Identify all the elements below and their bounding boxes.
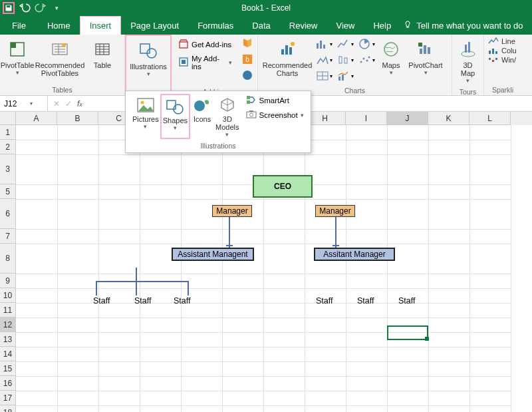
- cell[interactable]: [387, 317, 428, 332]
- row-header[interactable]: 13: [0, 332, 16, 347]
- cell[interactable]: [16, 140, 57, 154]
- cell[interactable]: [98, 376, 140, 391]
- row-header[interactable]: 7: [0, 229, 16, 244]
- tab-pagelayout[interactable]: Page Layout: [121, 16, 188, 35]
- cell[interactable]: [263, 332, 305, 347]
- ceo-box[interactable]: CEO: [253, 175, 313, 198]
- tab-file[interactable]: File: [0, 16, 38, 35]
- cell[interactable]: [16, 244, 57, 274]
- tellme-input[interactable]: Tell me what you want to do: [416, 21, 523, 31]
- cell[interactable]: [98, 229, 140, 244]
- cell[interactable]: [16, 154, 57, 184]
- cell[interactable]: [16, 332, 57, 347]
- 3dmap-button[interactable]: 3D Map▾: [456, 37, 479, 84]
- row-header[interactable]: 8: [0, 244, 16, 274]
- cell[interactable]: [428, 184, 469, 199]
- qat-redo-button[interactable]: [35, 2, 47, 14]
- cell[interactable]: [428, 229, 469, 244]
- stat-chart-icon[interactable]: ▾: [336, 53, 354, 67]
- qat-save-button[interactable]: [3, 2, 15, 14]
- cell[interactable]: [57, 229, 98, 244]
- cell[interactable]: [57, 361, 98, 376]
- cell[interactable]: [387, 391, 428, 405]
- cell[interactable]: [140, 229, 181, 244]
- cell[interactable]: [428, 347, 469, 361]
- cell[interactable]: [57, 199, 98, 229]
- cell[interactable]: [222, 274, 263, 288]
- cell[interactable]: [16, 199, 57, 229]
- row-header[interactable]: 11: [0, 303, 16, 317]
- cell[interactable]: [140, 317, 181, 332]
- cell[interactable]: [469, 405, 511, 412]
- screenshot-button[interactable]: Screenshot ▾: [243, 108, 307, 122]
- scatter-chart-icon[interactable]: ▾: [358, 53, 375, 67]
- people-graph-icon[interactable]: b: [241, 53, 253, 68]
- cell[interactable]: [57, 347, 98, 361]
- cell[interactable]: [469, 125, 511, 140]
- cell[interactable]: [346, 140, 387, 154]
- cell[interactable]: [57, 303, 98, 317]
- manager-box-2[interactable]: Manager: [315, 205, 355, 217]
- cell[interactable]: [16, 288, 57, 303]
- cell[interactable]: [140, 391, 181, 405]
- illustrations-button[interactable]: Illustrations ▾: [128, 39, 168, 77]
- cell[interactable]: [16, 361, 57, 376]
- cell[interactable]: [387, 125, 428, 140]
- cell[interactable]: [57, 184, 98, 199]
- cell[interactable]: [140, 405, 181, 412]
- cell[interactable]: [222, 332, 263, 347]
- cell[interactable]: [16, 274, 57, 288]
- cell[interactable]: [181, 405, 222, 412]
- cell[interactable]: [98, 244, 140, 274]
- cell[interactable]: [98, 184, 140, 199]
- qat-undo-button[interactable]: [19, 2, 31, 14]
- row-header[interactable]: 14: [0, 347, 16, 361]
- row-header[interactable]: 9: [0, 274, 16, 288]
- tab-data[interactable]: Data: [243, 16, 279, 35]
- cell[interactable]: [346, 274, 387, 288]
- cell[interactable]: [16, 391, 57, 405]
- cell[interactable]: [305, 332, 346, 347]
- manager-box-1[interactable]: Manager: [212, 205, 252, 217]
- cell[interactable]: [346, 332, 387, 347]
- cell[interactable]: [16, 125, 57, 140]
- cell[interactable]: [305, 274, 346, 288]
- cell[interactable]: [263, 288, 305, 303]
- cell[interactable]: [181, 376, 222, 391]
- cell[interactable]: [469, 361, 511, 376]
- col-header[interactable]: I: [346, 112, 387, 125]
- cell[interactable]: [57, 332, 98, 347]
- cell[interactable]: [98, 317, 140, 332]
- row-header[interactable]: 2: [0, 140, 16, 154]
- pivotchart-button[interactable]: PivotChart▾: [407, 37, 444, 76]
- cell[interactable]: [16, 303, 57, 317]
- select-all-button[interactable]: [0, 112, 16, 125]
- cell[interactable]: [16, 376, 57, 391]
- sparkline-line-button[interactable]: Line: [488, 37, 517, 45]
- col-header[interactable]: A: [16, 112, 57, 125]
- cell[interactable]: [469, 332, 511, 347]
- cell[interactable]: [346, 184, 387, 199]
- maps-button[interactable]: Maps▾: [378, 37, 404, 76]
- row-header[interactable]: 6: [0, 199, 16, 229]
- cell[interactable]: [222, 347, 263, 361]
- tab-view[interactable]: View: [327, 16, 364, 35]
- cell[interactable]: [98, 154, 140, 184]
- cell[interactable]: [305, 347, 346, 361]
- cell[interactable]: [346, 376, 387, 391]
- get-addins-button[interactable]: Get Add-ins: [176, 37, 235, 52]
- cell[interactable]: [263, 347, 305, 361]
- my-addins-button[interactable]: My Add-ins ▾: [176, 53, 235, 72]
- cell[interactable]: [387, 154, 428, 184]
- cell[interactable]: [140, 361, 181, 376]
- cell[interactable]: [346, 391, 387, 405]
- cell[interactable]: [305, 229, 346, 244]
- cell[interactable]: [387, 199, 428, 229]
- cell[interactable]: [222, 303, 263, 317]
- cell[interactable]: [263, 274, 305, 288]
- enter-formula-icon[interactable]: ✓: [65, 99, 72, 108]
- cell[interactable]: [469, 274, 511, 288]
- cell[interactable]: [16, 347, 57, 361]
- cell[interactable]: [181, 347, 222, 361]
- cell[interactable]: [140, 154, 181, 184]
